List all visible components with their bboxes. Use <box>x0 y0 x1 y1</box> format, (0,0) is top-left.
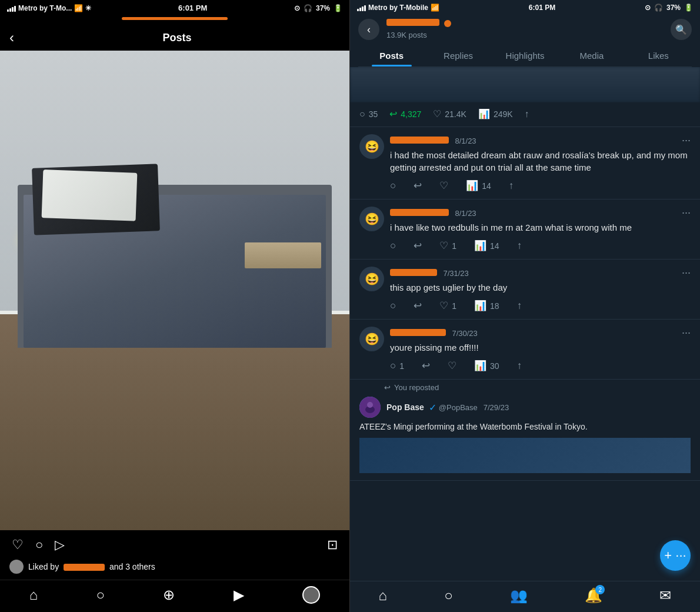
tw-share-3[interactable]: ↑ <box>517 300 522 312</box>
tweet-meta-2: 8/1/23 <box>390 208 476 218</box>
tw-share-1[interactable]: ↑ <box>509 180 514 192</box>
twitter-tabs: Posts Replies Highlights Media Likes <box>358 44 692 67</box>
tw-like-2[interactable]: ♡ 1 <box>439 240 456 252</box>
tw-messages-icon[interactable]: ✉ <box>659 587 671 604</box>
activity-icon: ✳ <box>85 4 91 12</box>
retweet-stat-icon: ↩ <box>389 108 397 119</box>
view-stat-icon: 📊 <box>478 108 490 119</box>
repost-content: Pop Base ✓ @PopBase 7/29/23 ATEEZ's Ming… <box>350 392 700 481</box>
tw-views-icon-1: 📊 <box>466 179 478 192</box>
profile-nav-avatar[interactable] <box>302 586 320 604</box>
reels-nav-icon[interactable]: ▶ <box>234 587 244 603</box>
liked-suffix: and 3 others <box>109 562 155 571</box>
post-actions-bar: ♡ ○ ▷ ⊡ <box>0 530 349 557</box>
time-text-right: 6:01 PM <box>529 4 555 12</box>
tw-notifications-icon[interactable]: 🔔 2 <box>585 587 602 604</box>
tw-views-value-2: 14 <box>490 241 499 251</box>
tab-posts[interactable]: Posts <box>358 44 425 66</box>
photo-icon: ⊙ <box>294 4 300 12</box>
tweet-body-2: 8/1/23 ··· i have like two redbulls in m… <box>390 207 691 252</box>
tw-search-icon[interactable]: ○ <box>444 587 453 604</box>
tweet-more-4[interactable]: ··· <box>682 327 691 339</box>
tweet-actions-1: ○ ↩ ♡ 📊 14 ↑ <box>390 179 691 192</box>
status-right-right: ⊙ 🎧 37% 🔋 <box>645 4 693 12</box>
tw-like-3[interactable]: ♡ 1 <box>439 300 456 312</box>
tweet-name-bar-3 <box>390 269 437 276</box>
online-dot <box>444 20 451 27</box>
tw-retweet-3[interactable]: ↩ <box>414 300 422 312</box>
like-count: ♡ 21.4K <box>433 108 466 119</box>
top-post-blur <box>350 67 700 102</box>
tw-like-4[interactable]: ♡ <box>448 360 456 372</box>
tw-comment-3[interactable]: ○ <box>390 300 396 312</box>
battery-icon: 🔋 <box>334 4 342 12</box>
tw-people-icon[interactable]: 👥 <box>510 587 528 604</box>
tweet-actions-3: ○ ↩ ♡ 1 📊 18 <box>390 300 691 312</box>
comment-button[interactable]: ○ <box>35 537 43 553</box>
svg-point-2 <box>367 402 373 408</box>
tab-replies[interactable]: Replies <box>425 44 491 66</box>
comment-stat-icon: ○ <box>359 109 365 119</box>
tweet-more-3[interactable]: ··· <box>682 267 691 279</box>
tab-likes[interactable]: Likes <box>625 44 692 66</box>
signal-icon <box>7 5 16 12</box>
tweet-item-2: 😆 8/1/23 ··· i have like two redbulls in… <box>350 199 700 260</box>
retweet-count: ↩ 4,327 <box>389 108 421 119</box>
tw-comment-1[interactable]: ○ <box>390 180 396 192</box>
fab-button[interactable]: + ··· <box>660 540 691 571</box>
comment-stat-value: 35 <box>369 109 378 119</box>
tw-views-value-3: 18 <box>490 301 499 311</box>
back-button[interactable]: ‹ <box>9 29 14 46</box>
tw-share-2[interactable]: ↑ <box>517 240 522 252</box>
repost-banner: ↩ You reposted <box>350 380 700 392</box>
tab-media[interactable]: Media <box>558 44 625 66</box>
tweet-more-2[interactable]: ··· <box>682 207 691 219</box>
twitter-feed[interactable]: ○ 35 ↩ 4,327 ♡ 21.4K 📊 249K ↑ <box>350 67 700 581</box>
tw-retweet-2[interactable]: ↩ <box>414 240 422 252</box>
tw-retweet-1[interactable]: ↩ <box>414 179 422 192</box>
headphone-icon: 🎧 <box>304 4 312 12</box>
tweet-name-bar-2 <box>390 209 449 216</box>
create-nav-icon[interactable]: ⊕ <box>163 587 175 603</box>
tw-retweet-4[interactable]: ↩ <box>422 360 430 372</box>
twitter-search-button[interactable]: 🔍 <box>671 19 692 40</box>
tweet-more-1[interactable]: ··· <box>682 134 691 147</box>
nav-bar-left: ‹ Posts <box>0 25 349 51</box>
bookmark-button[interactable]: ⊡ <box>327 537 338 553</box>
tw-comment-icon-4: ○ <box>390 360 396 372</box>
tweet-date-3: 7/31/23 <box>443 269 468 278</box>
action-icons: ♡ ○ ▷ <box>12 537 65 553</box>
tw-comment-2[interactable]: ○ <box>390 240 396 252</box>
view-count: 📊 249K <box>478 108 513 119</box>
tw-views-icon-3: 📊 <box>474 300 486 312</box>
tw-share-4[interactable]: ↑ <box>517 360 522 372</box>
repost-account-name: Pop Base <box>386 403 424 412</box>
tw-comment-icon-2: ○ <box>390 240 396 252</box>
twitter-bottom-nav: ⌂ ○ 👥 🔔 2 ✉ <box>350 581 700 612</box>
status-left: Metro by T-Mo... 📶 ✳ <box>7 4 91 12</box>
comment-count: ○ 35 <box>359 109 378 119</box>
like-stat-value: 21.4K <box>445 109 466 119</box>
twitter-back-button[interactable]: ‹ <box>358 19 379 40</box>
search-nav-icon[interactable]: ○ <box>96 587 105 603</box>
tweet-header-3: 7/31/23 ··· <box>390 267 691 279</box>
carrier-text-right: Metro by T-Mobile <box>368 4 428 12</box>
tw-like-1[interactable]: ♡ <box>439 179 448 192</box>
tweet-avatar-3: 😆 <box>359 267 384 291</box>
tweet-body-3: 7/31/23 ··· this app gets uglier by the … <box>390 267 691 312</box>
tw-home-icon[interactable]: ⌂ <box>379 587 388 604</box>
heart-button[interactable]: ♡ <box>12 537 24 553</box>
right-phone-container: Metro by T-Mobile 📶 6:01 PM ⊙ 🎧 37% 🔋 ‹ <box>350 0 700 612</box>
twitter-top-row: ‹ 13.9K posts 🔍 <box>358 19 692 40</box>
repost-section: ↩ You reposted <box>350 380 700 481</box>
tw-share-icon-2: ↑ <box>517 240 522 252</box>
tw-views-icon-2: 📊 <box>474 240 486 252</box>
home-nav-icon[interactable]: ⌂ <box>29 587 38 603</box>
repost-icon: ↩ <box>384 383 391 392</box>
tw-comment-value-4: 1 <box>399 361 404 371</box>
share-button[interactable]: ▷ <box>55 537 65 553</box>
tab-highlights[interactable]: Highlights <box>492 44 558 66</box>
liked-text: Liked by and 3 others <box>28 562 155 571</box>
tw-share-icon-1: ↑ <box>509 180 514 192</box>
tw-comment-4[interactable]: ○ 1 <box>390 360 404 372</box>
